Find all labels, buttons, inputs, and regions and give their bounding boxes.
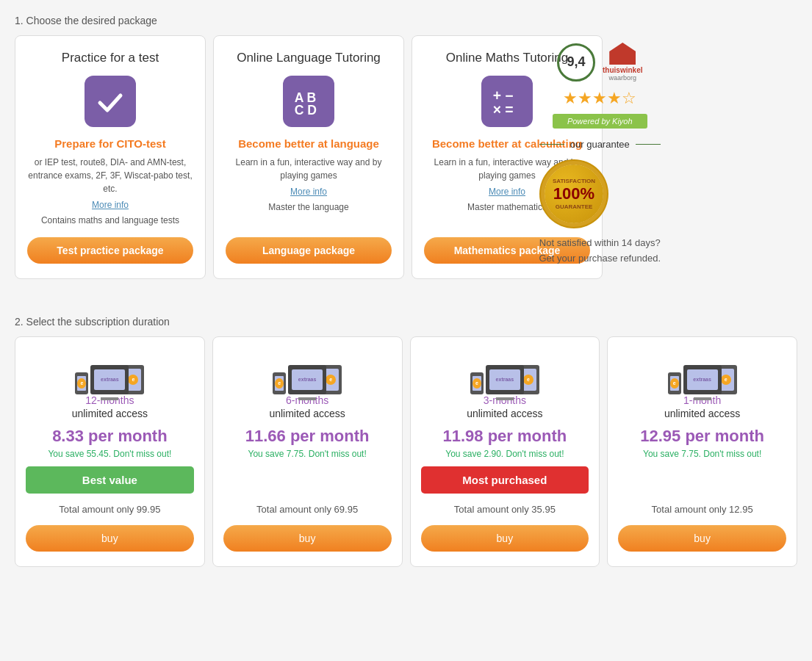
pkg-title-practice: Practice for a test: [62, 51, 159, 65]
buy-button-6m[interactable]: buy: [223, 525, 392, 552]
phone-logo-3m: e: [473, 378, 481, 389]
badge-circle: SATISFACTION 100% GUARANTEE: [545, 165, 603, 223]
package-card-language: Online Language Tutoring A B C D Become …: [213, 35, 404, 279]
sub-price-1m: 12.95 per month: [640, 427, 764, 446]
sub-duration-3m: 3-months: [484, 394, 526, 406]
practice-icon: [85, 76, 136, 127]
sub-save-3m: You save 2.90. Don't miss out!: [445, 449, 564, 459]
badge-best-value: Best value: [26, 466, 194, 494]
tablet-logo-3m: e: [523, 375, 533, 385]
pkg-title-language: Online Language Tutoring: [237, 51, 381, 65]
package-card-practice: Practice for a test Prepare for CITO-tes…: [15, 35, 206, 279]
star-rating: ★★★★☆: [563, 89, 636, 108]
sub-price-3m: 11.98 per month: [443, 427, 567, 446]
sub-total-1m: Total amount only 12.95: [652, 504, 753, 515]
monitor-icon-3m: extraas: [486, 365, 524, 394]
monitor-screen: extraas: [94, 369, 125, 390]
sub-save-6m: You save 7.75. Don't miss out!: [248, 449, 366, 459]
tablet-logo-6m: e: [326, 375, 336, 385]
device-icon-3m: e extraas e: [464, 352, 545, 394]
step1-label: 1. Choose the desired package: [15, 15, 797, 26]
guarantee-label: our guarantee: [570, 139, 630, 150]
thuiswinkel-sub: waarborg: [603, 74, 642, 82]
rating-box: 9,4 thuiswinkel waarborg: [557, 43, 642, 82]
pkg-contains-practice: Contains maths and language tests: [41, 214, 179, 227]
phone-screen-1m: e: [670, 376, 679, 391]
phone-icon: e: [75, 372, 88, 394]
phone-icon-6m: e: [273, 372, 286, 394]
guarantee-divider: our guarantee: [539, 139, 661, 150]
powered-bar: Powered by Kiyoh: [553, 114, 647, 129]
step2-label: 2. Select the subscription duration: [15, 316, 797, 328]
sub-save-1m: You save 7.75. Don't miss out!: [643, 449, 761, 459]
sub-total-3m: Total amount only 35.95: [454, 504, 556, 515]
sub-price-12m: 8.33 per month: [52, 427, 167, 446]
phone-icon-1m: e: [668, 372, 681, 394]
sub-duration-1m: 1-month: [683, 394, 721, 406]
packages-section: Practice for a test Prepare for CITO-tes…: [15, 35, 395, 301]
badge-pct-text: 100%: [553, 184, 594, 203]
guarantee-note: Not satisfied within 14 days? Get your p…: [539, 236, 661, 267]
pkg-cito-subtitle: or IEP test, route8, DIA- and AMN-test, …: [27, 156, 193, 195]
guarantee-section: our guarantee SATISFACTION 100% GUARANTE…: [539, 139, 661, 267]
guarantee-note-line2: Get your purchase refunded.: [539, 253, 661, 264]
thuiswinkel-logo-box: thuiswinkel waarborg: [603, 43, 642, 82]
phone-screen-3m: e: [473, 376, 481, 391]
monitor-screen-6m: extraas: [292, 369, 323, 390]
phone-logo: e: [77, 378, 86, 389]
badge-top-text: SATISFACTION: [553, 178, 595, 184]
device-icon-1m: e extraas e: [662, 352, 743, 394]
monitor-icon-6m: extraas: [288, 365, 326, 394]
buy-button-12m[interactable]: buy: [26, 525, 194, 552]
sub-save-12m: You save 55.45. Don't miss out!: [48, 449, 171, 459]
sub-total-6m: Total amount only 69.95: [256, 504, 358, 515]
phone-screen: e: [77, 376, 86, 391]
monitor-icon: extraas: [90, 365, 129, 394]
sub-access-6m: unlimited access: [269, 408, 345, 419]
packages-row: Practice for a test Prepare for CITO-tes…: [15, 35, 395, 279]
sub-access-12m: unlimited access: [72, 408, 148, 419]
svg-text:C D: C D: [295, 103, 317, 118]
pkg-contains-language: Master the language: [268, 201, 348, 214]
pkg-more-info-language[interactable]: More info: [290, 187, 327, 197]
device-icon-6m: e extraas e: [267, 352, 348, 394]
step1-content: Practice for a test Prepare for CITO-tes…: [15, 35, 797, 301]
phone-logo-6m: e: [275, 378, 284, 389]
sub-duration-6m: 6-months: [286, 394, 328, 406]
phone-screen-6m: e: [275, 376, 284, 391]
pkg-cito-title: Prepare for CITO-test: [54, 137, 165, 150]
thuiswinkel-brand: thuiswinkel: [603, 66, 642, 74]
buy-button-3m[interactable]: buy: [421, 525, 589, 552]
pkg-more-info-practice[interactable]: More info: [92, 200, 129, 210]
sub-card-3m: e extraas e 3-months unlimited access 11…: [410, 336, 600, 567]
monitor-icon-1m: extraas: [683, 365, 722, 394]
practice-package-button[interactable]: Test practice package: [27, 237, 193, 264]
phone-icon-3m: e: [470, 372, 484, 394]
badge-bot-text: GUARANTEE: [556, 203, 593, 210]
sub-card-1m: e extraas e 1-month unlimited access 12.…: [607, 336, 797, 567]
sub-price-6m: 11.66 per month: [245, 427, 370, 446]
rating-circle: 9,4: [557, 43, 595, 82]
sub-duration-12m: 12-months: [85, 394, 134, 406]
subscriptions-row: e extraas e 12-months unlimited access 8…: [15, 336, 797, 567]
tablet-logo-1m: e: [721, 375, 731, 385]
rating-value: 9,4: [567, 54, 586, 70]
language-icon: A B C D: [283, 76, 334, 127]
monitor-screen-3m: extraas: [489, 369, 520, 390]
sub-card-12m: e extraas e 12-months unlimited access 8…: [15, 336, 205, 567]
guarantee-note-line1: Not satisfied within 14 days?: [539, 237, 661, 248]
device-icon-12m: e extraas e: [69, 352, 150, 394]
sidebar: 9,4 thuiswinkel waarborg ★★★★☆ Powered b…: [403, 35, 798, 301]
language-package-button[interactable]: Language package: [226, 237, 392, 264]
pkg-lang-title: Become better at language: [238, 137, 379, 150]
buy-button-1m[interactable]: buy: [618, 525, 786, 552]
tablet-logo: e: [128, 375, 138, 385]
sub-total-12m: Total amount only 99.95: [59, 504, 160, 515]
phone-logo-1m: e: [670, 378, 679, 389]
monitor-screen-1m: extraas: [687, 369, 718, 390]
badge-most-purchased: Most purchased: [421, 466, 589, 494]
sub-access-3m: unlimited access: [467, 408, 543, 419]
guarantee-badge: SATISFACTION 100% GUARANTEE: [539, 159, 609, 228]
pkg-lang-subtitle: Learn in a fun, interactive way and by p…: [226, 156, 392, 182]
sub-access-1m: unlimited access: [664, 408, 741, 419]
